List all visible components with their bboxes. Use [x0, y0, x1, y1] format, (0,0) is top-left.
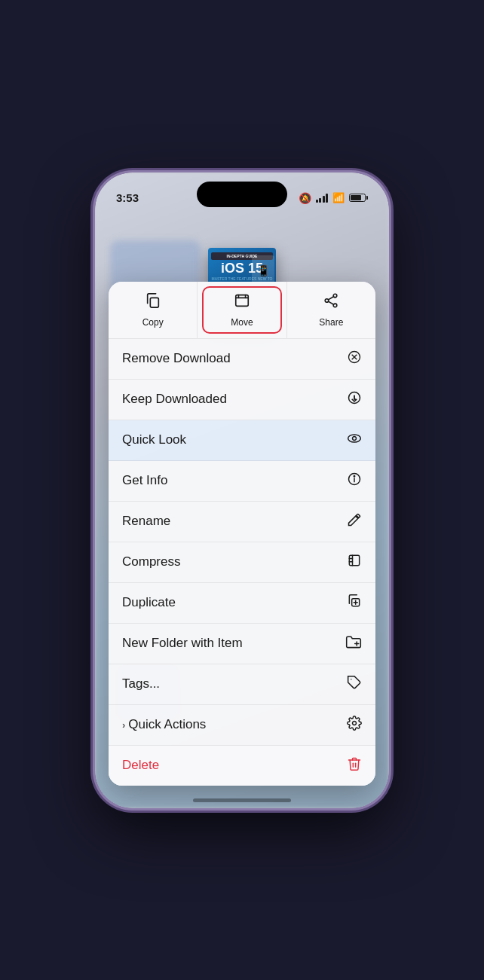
delete-item[interactable]: Delete	[109, 746, 375, 786]
svg-point-4	[334, 304, 338, 307]
compress-item[interactable]: Compress	[109, 542, 375, 583]
move-label: Move	[231, 317, 253, 328]
svg-rect-1	[236, 295, 249, 306]
tags-label: Tags...	[122, 676, 160, 691]
get-info-item[interactable]: Get Info	[109, 461, 375, 502]
status-icons: 🔕 📶	[299, 192, 369, 204]
quick-actions-item[interactable]: › Quick Actions	[109, 705, 375, 746]
svg-point-24	[353, 721, 357, 725]
quick-look-label: Quick Look	[122, 432, 186, 447]
new-folder-label: New Folder with Item	[122, 636, 243, 651]
tags-icon	[347, 675, 362, 694]
delete-icon	[347, 756, 362, 775]
share-icon	[323, 292, 339, 313]
duplicate-label: Duplicate	[122, 595, 176, 610]
copy-label: Copy	[142, 317, 164, 328]
battery-icon	[349, 194, 368, 202]
move-icon	[234, 292, 250, 313]
copy-button[interactable]: Copy	[109, 282, 198, 338]
get-info-label: Get Info	[122, 473, 167, 488]
quick-actions-chevron-icon: ›	[122, 719, 125, 731]
move-button[interactable]: Move	[198, 282, 286, 338]
notification-bell-icon: 🔕	[299, 192, 311, 204]
tags-item[interactable]: Tags...	[109, 664, 375, 705]
keep-downloaded-label: Keep Downloaded	[122, 392, 227, 407]
status-time: 3:53	[116, 191, 139, 204]
keep-downloaded-item[interactable]: Keep Downloaded	[109, 380, 375, 420]
phone-frame: 3:53 🔕 📶	[95, 172, 389, 808]
copy-icon	[145, 292, 161, 313]
new-folder-icon	[345, 634, 362, 653]
dynamic-island	[197, 182, 287, 207]
svg-rect-0	[150, 298, 158, 307]
keep-downloaded-icon	[347, 390, 362, 409]
phone-screen: 3:53 🔕 📶	[95, 172, 389, 808]
wifi-icon: 📶	[332, 192, 345, 203]
svg-point-2	[334, 294, 338, 298]
duplicate-item[interactable]: Duplicate	[109, 583, 375, 624]
share-label: Share	[319, 317, 343, 328]
quick-actions-gear-icon	[347, 716, 362, 734]
svg-rect-14	[349, 555, 359, 565]
duplicate-icon	[347, 594, 362, 612]
remove-download-item[interactable]: Remove Download	[109, 339, 375, 380]
remove-download-icon	[347, 350, 362, 368]
delete-label: Delete	[122, 758, 159, 773]
quick-look-icon	[347, 431, 362, 450]
rename-label: Rename	[122, 514, 170, 529]
book-phones-graphic: 📱	[252, 255, 274, 285]
svg-point-13	[354, 475, 354, 476]
signal-icon	[316, 193, 329, 203]
quick-look-item[interactable]: Quick Look	[109, 420, 375, 461]
svg-point-10	[353, 436, 357, 440]
home-indicator	[193, 798, 291, 802]
compress-icon	[347, 553, 362, 572]
rename-item[interactable]: Rename	[109, 502, 375, 542]
rename-icon	[347, 512, 362, 531]
new-folder-with-item[interactable]: New Folder with Item	[109, 624, 375, 664]
remove-download-label: Remove Download	[122, 351, 231, 366]
svg-point-9	[348, 435, 361, 442]
context-menu: Copy Move	[109, 282, 375, 786]
share-button[interactable]: Share	[287, 282, 375, 338]
compress-label: Compress	[122, 554, 180, 569]
get-info-icon	[347, 472, 362, 490]
quick-actions-label: › Quick Actions	[122, 717, 206, 732]
action-buttons-row: Copy Move	[109, 282, 375, 339]
svg-point-3	[326, 298, 329, 302]
